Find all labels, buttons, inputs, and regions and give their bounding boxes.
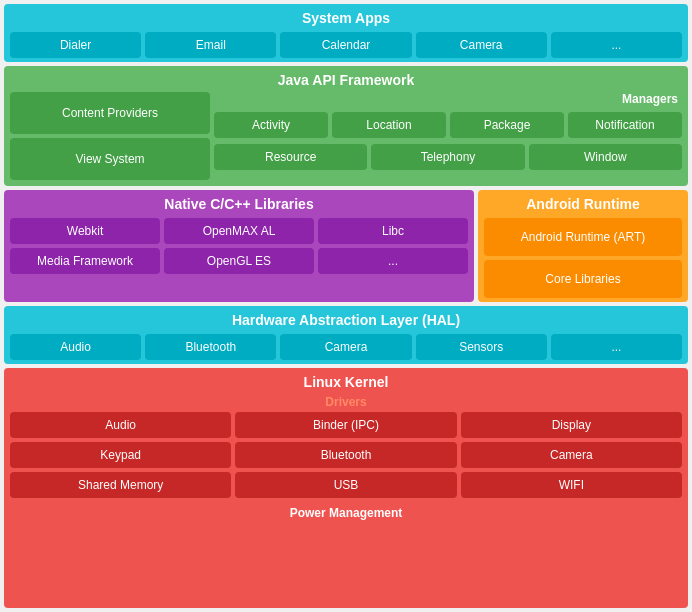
hal-row: Audio Bluetooth Camera Sensors ... <box>10 334 682 360</box>
cell-content-providers: Content Providers <box>10 92 210 134</box>
cell-usb: USB <box>235 472 456 498</box>
cell-package: Package <box>450 112 564 138</box>
cell-calendar: Calendar <box>280 32 411 58</box>
java-api-left: Content Providers View System <box>10 92 210 180</box>
cell-binder: Binder (IPC) <box>235 412 456 438</box>
native-title: Native C/C++ Libraries <box>10 194 468 216</box>
cell-telephony: Telephony <box>371 144 524 170</box>
managers-label: Managers <box>214 92 682 108</box>
java-api-title: Java API Framework <box>10 70 682 92</box>
cell-view-system: View System <box>10 138 210 180</box>
cell-webkit: Webkit <box>10 218 160 244</box>
kernel-title: Linux Kernel <box>10 372 682 394</box>
native-layer: Native C/C++ Libraries Webkit OpenMAX AL… <box>4 190 474 302</box>
java-api-right: Managers Activity Location Package Notif… <box>214 92 682 180</box>
cell-audio-hal: Audio <box>10 334 141 360</box>
cell-audio-kernel: Audio <box>10 412 231 438</box>
system-apps-title: System Apps <box>10 8 682 30</box>
cell-notification: Notification <box>568 112 682 138</box>
kernel-row3: Shared Memory USB WIFI <box>10 472 682 498</box>
cell-opengl: OpenGL ES <box>164 248 314 274</box>
power-management: Power Management <box>10 502 682 524</box>
native-row1: Webkit OpenMAX AL Libc <box>10 218 468 244</box>
cell-shared-memory: Shared Memory <box>10 472 231 498</box>
cell-window: Window <box>529 144 682 170</box>
kernel-row2: Keypad Bluetooth Camera <box>10 442 682 468</box>
cell-hal-more: ... <box>551 334 682 360</box>
android-architecture-diagram: System Apps Dialer Email Calendar Camera… <box>0 0 692 612</box>
cell-email: Email <box>145 32 276 58</box>
middle-section: Native C/C++ Libraries Webkit OpenMAX AL… <box>4 190 688 302</box>
kernel-row1: Audio Binder (IPC) Display <box>10 412 682 438</box>
drivers-label: Drivers <box>10 394 682 410</box>
cell-art: Android Runtime (ART) <box>484 218 682 256</box>
native-row2: Media Framework OpenGL ES ... <box>10 248 468 274</box>
cell-bluetooth-hal: Bluetooth <box>145 334 276 360</box>
cell-display: Display <box>461 412 682 438</box>
java-api-right-rows: Activity Location Package Notification R… <box>214 110 682 170</box>
cell-camera-hal: Camera <box>280 334 411 360</box>
android-runtime-layer: Android Runtime Android Runtime (ART) Co… <box>478 190 688 302</box>
cell-openmax: OpenMAX AL <box>164 218 314 244</box>
cell-camera-kernel: Camera <box>461 442 682 468</box>
system-apps-row: Dialer Email Calendar Camera ... <box>10 32 682 58</box>
kernel-layer: Linux Kernel Drivers Audio Binder (IPC) … <box>4 368 688 608</box>
java-api-row2: Resource Telephony Window <box>214 144 682 170</box>
java-api-inner: Content Providers View System Managers A… <box>10 92 682 180</box>
cell-dialer: Dialer <box>10 32 141 58</box>
cell-camera: Camera <box>416 32 547 58</box>
android-runtime-title: Android Runtime <box>484 194 682 216</box>
cell-bluetooth-kernel: Bluetooth <box>235 442 456 468</box>
cell-keypad: Keypad <box>10 442 231 468</box>
cell-location: Location <box>332 112 446 138</box>
cell-libc: Libc <box>318 218 468 244</box>
hal-title: Hardware Abstraction Layer (HAL) <box>10 310 682 332</box>
runtime-row2: Core Libraries <box>484 260 682 298</box>
cell-native-more: ... <box>318 248 468 274</box>
cell-core-libraries: Core Libraries <box>484 260 682 298</box>
cell-more: ... <box>551 32 682 58</box>
cell-wifi: WIFI <box>461 472 682 498</box>
system-apps-layer: System Apps Dialer Email Calendar Camera… <box>4 4 688 62</box>
hal-layer: Hardware Abstraction Layer (HAL) Audio B… <box>4 306 688 364</box>
java-api-layer: Java API Framework Content Providers Vie… <box>4 66 688 186</box>
cell-resource: Resource <box>214 144 367 170</box>
cell-sensors-hal: Sensors <box>416 334 547 360</box>
java-api-row1: Activity Location Package Notification <box>214 112 682 138</box>
cell-activity: Activity <box>214 112 328 138</box>
runtime-row1: Android Runtime (ART) <box>484 218 682 256</box>
cell-media-framework: Media Framework <box>10 248 160 274</box>
